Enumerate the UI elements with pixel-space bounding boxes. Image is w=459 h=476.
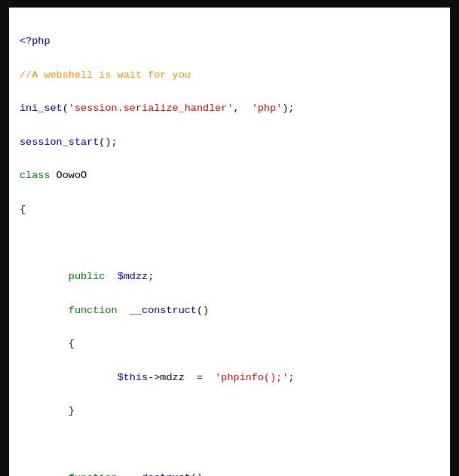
line-2: //A webshell is wait for you	[20, 67, 439, 84]
line-11: $this->mdzz = 'phpinfo();';	[20, 370, 439, 386]
line-1: <?php	[20, 33, 439, 50]
line-3: ini_set('session.serialize_handler', 'ph…	[20, 100, 439, 117]
line-4: session_start();	[20, 134, 439, 151]
line-9: function __construct()	[20, 302, 439, 319]
code-container: <?php //A webshell is wait for you ini_s…	[0, 0, 459, 476]
line-6: {	[20, 201, 439, 218]
code-block: <?php //A webshell is wait for you ini_s…	[9, 8, 450, 476]
line-14: function __destruct()	[20, 470, 439, 476]
line-5: class OowoO	[20, 167, 439, 184]
line-13	[20, 437, 439, 453]
line-12: }	[20, 403, 439, 419]
line-7	[20, 235, 439, 251]
line-8: public $mdzz;	[20, 269, 439, 285]
line-10: {	[20, 336, 439, 352]
